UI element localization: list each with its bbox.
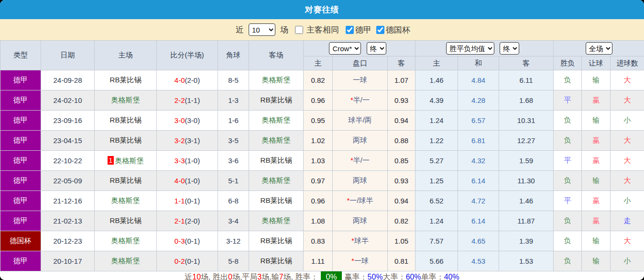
avg-away-odds: 1.39 xyxy=(499,231,554,251)
home-team-name: 奥格斯堡 xyxy=(111,96,140,104)
goals-result-cell: 大 xyxy=(611,131,644,151)
avg-draw-odds: 6.81 xyxy=(458,131,499,151)
corner-score: 3-12 xyxy=(218,231,249,251)
fulltime-score: 1-1 xyxy=(175,197,185,205)
fulltime-score: 4-0 xyxy=(175,177,185,185)
match-date: 21-12-16 xyxy=(41,191,95,211)
bundesliga-checkbox[interactable] xyxy=(346,26,354,34)
avg-draw-odds: 6.57 xyxy=(458,111,499,131)
avg-state-select[interactable]: 终 xyxy=(500,42,519,55)
fulltime-score: 0-2 xyxy=(175,257,185,265)
fulltime-score: 3-0 xyxy=(175,116,185,124)
odds-home: 0.96 xyxy=(304,191,333,211)
sub-header-odds-home: 主 xyxy=(304,56,333,70)
handicap-line: 两球 xyxy=(333,211,388,231)
summary-text: 场,输 xyxy=(262,272,279,280)
sub-header-avg-home: 主 xyxy=(415,56,458,70)
spread-result-cell: 赢 xyxy=(582,211,611,231)
sub-header-goals: 进球数 xyxy=(611,56,644,70)
away-team: RB莱比锡 xyxy=(249,191,304,211)
handicap-line: *球半 xyxy=(333,231,388,251)
table-row: 德甲 21-12-16 奥格斯堡 1-1(0-1) 6-8 RB莱比锡 0.96… xyxy=(0,191,644,211)
league-badge: 德甲 xyxy=(0,251,41,271)
avg-away-odds: 11.30 xyxy=(499,171,554,191)
panel-title: 对赛往绩 xyxy=(0,0,644,19)
handicap-line: *半/一 xyxy=(333,151,388,171)
goals-result-cell: 大 xyxy=(611,70,644,90)
spread-result-cell: 赢 xyxy=(582,151,611,171)
handicap-line: 两球 xyxy=(333,131,388,151)
halftime-score: (0-1) xyxy=(185,197,200,205)
odds-away: 1.07 xyxy=(388,70,415,90)
match-count-select[interactable]: 10 xyxy=(249,23,275,36)
score-cell: 0-3(0-1) xyxy=(157,231,218,251)
result-cell: 负 xyxy=(554,70,582,90)
odds-state-select[interactable]: 终 xyxy=(367,42,386,55)
result-cell: 负 xyxy=(554,171,582,191)
summary-text: 场, 胜率： xyxy=(284,272,318,280)
away-team: RB莱比锡 xyxy=(249,251,304,271)
avg-draw-odds: 4.65 xyxy=(458,231,499,251)
odds-home: 1.11 xyxy=(304,251,333,271)
match-date: 22-05-09 xyxy=(41,171,95,191)
table-row: 德甲 24-09-28 RB莱比锡 4-0(2-0) 8-5 奥格斯堡 0.82… xyxy=(0,70,644,90)
away-team: RB莱比锡 xyxy=(249,231,304,251)
same-venue-checkbox[interactable] xyxy=(295,26,303,34)
score-cell: 4-0(2-0) xyxy=(157,70,218,90)
match-date: 23-04-15 xyxy=(41,131,95,151)
handicap-line: *一球 xyxy=(333,251,388,271)
corner-score: 1-3 xyxy=(218,90,249,111)
scope-select[interactable]: 全场 xyxy=(586,42,612,55)
spread-result-cell: 赢 xyxy=(582,90,611,111)
result-cell: 负 xyxy=(554,231,582,251)
avg-type-select[interactable]: 胜平负均值 xyxy=(446,42,494,55)
sub-header-result: 胜负 xyxy=(554,56,582,70)
handicap-text: 球半/两 xyxy=(348,116,371,124)
table-row: 德甲 24-02-10 奥格斯堡 2-2(1-1) 1-3 RB莱比锡 0.96… xyxy=(0,90,644,111)
halftime-score: (0-1) xyxy=(185,257,200,265)
league-badge: 德国杯 xyxy=(0,231,41,251)
league-badge: 德甲 xyxy=(0,211,41,231)
away-team: 奥格斯堡 xyxy=(249,171,304,191)
score-cell: 3-3(1-0) xyxy=(157,151,218,171)
away-team: RB莱比锡 xyxy=(249,90,304,111)
table-row: 德甲 20-10-17 奥格斯堡 0-2(0-1) 5-8 RB莱比锡 1.11… xyxy=(0,251,644,271)
fulltime-score: 3-3 xyxy=(175,157,185,165)
avg-draw-odds: 6.14 xyxy=(458,171,499,191)
avg-home-odds: 1.24 xyxy=(415,111,458,131)
table-row: 德国杯 20-12-23 奥格斯堡 0-3(0-1) 3-12 RB莱比锡 0.… xyxy=(0,231,644,251)
summary-text: 大率： xyxy=(383,272,406,280)
odds-home: 0.95 xyxy=(304,111,333,131)
home-team: 奥格斯堡 xyxy=(95,231,157,251)
result-cell: 平 xyxy=(554,151,582,171)
home-team-name: 奥格斯堡 xyxy=(111,196,140,204)
avg-away-odds: 6.11 xyxy=(499,70,554,90)
spread-result-cell: 输 xyxy=(582,111,611,131)
odds-away: 0.94 xyxy=(388,191,415,211)
handicap-text: 两球 xyxy=(353,176,367,184)
score-cell: 2-1(2-0) xyxy=(157,211,218,231)
fulltime-score: 2-2 xyxy=(175,96,185,104)
odds-away: 0.93 xyxy=(388,171,415,191)
league-badge: 德甲 xyxy=(0,70,41,90)
avg-home-odds: 1.22 xyxy=(415,131,458,151)
halftime-score: (3-1) xyxy=(185,136,200,145)
summary-text: 50% xyxy=(368,273,383,280)
away-team: 奥格斯堡 xyxy=(249,131,304,151)
goals-result-cell: 大 xyxy=(611,231,644,251)
odds-away: 0.94 xyxy=(388,111,415,131)
home-team: RB莱比锡 xyxy=(95,111,157,131)
handicap-text: 半/一 xyxy=(353,156,370,164)
halftime-score: (1-0) xyxy=(185,177,200,185)
fulltime-score: 3-2 xyxy=(175,136,185,145)
odds-home: 0.97 xyxy=(304,171,333,191)
odds-away: 1.05 xyxy=(388,231,415,251)
match-date: 20-12-23 xyxy=(41,231,95,251)
match-date: 23-09-16 xyxy=(41,111,95,131)
bookmaker-select[interactable]: Crow* xyxy=(329,42,361,55)
odds-group-header: Crow* 终 xyxy=(304,41,415,56)
avg-home-odds: 6.52 xyxy=(415,191,458,211)
dfb-pokal-checkbox[interactable] xyxy=(376,26,384,34)
goals-result-cell: 大 xyxy=(611,151,644,171)
fulltime-score: 4-0 xyxy=(175,76,185,84)
